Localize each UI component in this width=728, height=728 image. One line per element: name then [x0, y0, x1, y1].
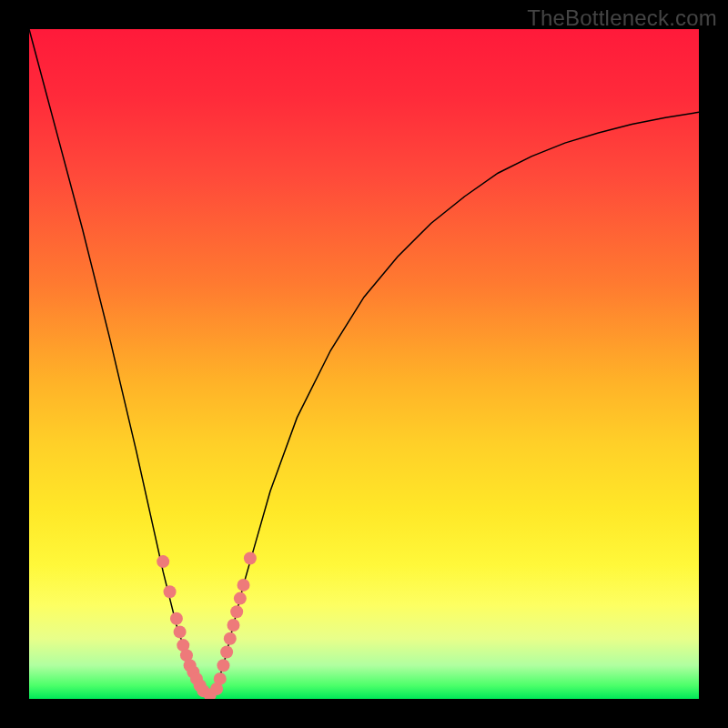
chart-frame: TheBottleneck.com [0, 0, 728, 728]
dot [157, 555, 169, 568]
dot [238, 579, 250, 592]
dot [170, 612, 183, 625]
dot [230, 605, 243, 618]
dot [220, 645, 233, 658]
dot [217, 659, 229, 672]
highlighted-dots [157, 551, 257, 699]
curve-left-branch [29, 29, 210, 695]
dot [227, 619, 239, 632]
curve-layer [29, 29, 699, 699]
watermark-text: TheBottleneck.com [527, 5, 717, 31]
dot [224, 632, 237, 645]
dot [174, 625, 187, 638]
dot [234, 592, 247, 605]
curve-right-branch [210, 112, 699, 695]
plot-area [29, 29, 699, 699]
dot [244, 551, 257, 564]
dot [164, 585, 177, 598]
dot [214, 672, 227, 685]
